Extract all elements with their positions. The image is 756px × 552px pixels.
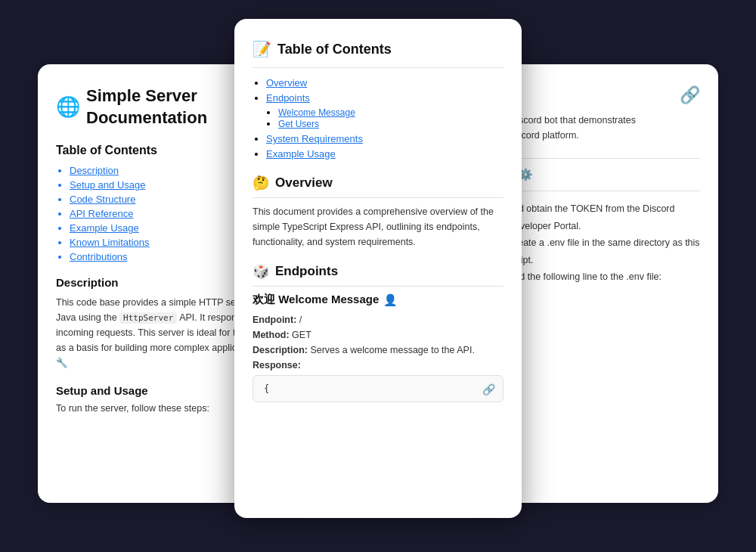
- list-item[interactable]: Endpoints Welcome Message Get Users: [266, 92, 503, 129]
- list-item[interactable]: Overview: [266, 77, 503, 88]
- method-field: Method: GET: [253, 330, 503, 340]
- right-card-top: 🔗 ple Discord bot that demonstrates he D…: [494, 85, 700, 143]
- right-card-desc1: ple Discord bot that demonstrates he Dis…: [494, 113, 700, 143]
- copy-icon[interactable]: 🔗: [482, 383, 495, 395]
- list-item: Add the following line to the .env file:: [508, 268, 700, 286]
- wrench-icon: 🔧: [56, 358, 68, 368]
- endpoints-heading: 🎲 Endpoints: [253, 263, 503, 287]
- user-icon: 👤: [383, 293, 398, 307]
- overview-text: This document provides a comprehensive o…: [253, 204, 503, 250]
- overview-heading: 🤔 Overview: [253, 175, 503, 198]
- inline-code: HttpServer: [119, 312, 177, 324]
- response-preview: { 🔗: [253, 375, 503, 402]
- list-item[interactable]: Get Users: [278, 118, 503, 129]
- list-item: Create a .env file in the same directory…: [508, 234, 700, 268]
- divider2: [494, 191, 700, 191]
- list-item[interactable]: Example Usage: [266, 148, 503, 160]
- link-icon-right: 🔗: [680, 85, 700, 105]
- endpoints-section: 🎲 Endpoints 欢迎 Welcome Message 👤 Endpoin…: [253, 263, 503, 402]
- pencil-icon: 📝: [253, 40, 271, 58]
- desc-field: Description: Serves a welcome message to…: [253, 345, 503, 355]
- toc-front-sublist: Welcome Message Get Users: [266, 107, 503, 129]
- welcome-endpoint-title: 欢迎 Welcome Message 👤: [253, 293, 503, 307]
- list-item[interactable]: System Requirements: [266, 133, 503, 144]
- overview-section: 🤔 Overview This document provides a comp…: [253, 175, 503, 250]
- toc-front: Overview Endpoints Welcome Message Get U…: [253, 77, 503, 160]
- endpoints-icon: 🎲: [253, 263, 269, 280]
- front-card: 📝 Table of Contents Overview Endpoints W…: [234, 19, 522, 518]
- front-card-header: 📝 Table of Contents: [253, 40, 503, 68]
- list-item[interactable]: Welcome Message: [278, 107, 503, 118]
- steps-list: and obtain the TOKEN from the Discord De…: [494, 200, 700, 286]
- divider: [494, 158, 700, 159]
- globe-icon: 🌐: [56, 95, 80, 120]
- endpoint-field: Endpoint: /: [253, 315, 503, 325]
- scene: 🌐 Simple Server Documentation 🔗 Table of…: [38, 19, 718, 533]
- overview-icon: 🤔: [253, 175, 269, 191]
- list-item: and obtain the TOKEN from the Discord De…: [508, 200, 700, 234]
- right-section-title: age ⚙️: [494, 168, 700, 181]
- response-field: Response:: [253, 360, 503, 371]
- front-card-title: Table of Contents: [277, 42, 392, 57]
